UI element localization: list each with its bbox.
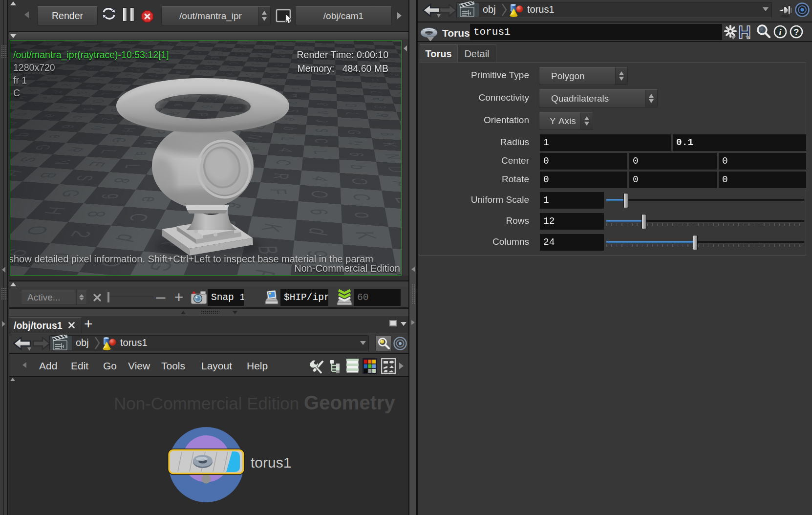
svg-text:?: ? xyxy=(794,27,799,37)
svg-text:i: i xyxy=(779,27,782,37)
